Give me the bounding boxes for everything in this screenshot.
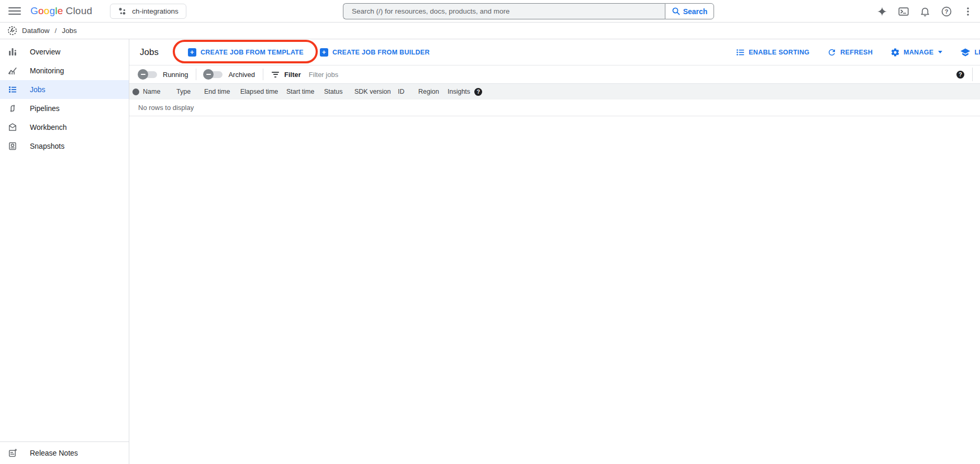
dataflow-icon [7,26,17,36]
enable-sorting-button[interactable]: ENABLE SORTING [736,48,809,57]
learn-button[interactable]: LEARN [960,47,980,58]
monitoring-icon [7,65,18,76]
search-input[interactable] [343,3,665,19]
jobs-list-icon [7,84,18,95]
gear-icon [890,48,900,57]
search-button[interactable]: Search [665,3,714,19]
project-name: ch-integrations [132,7,179,15]
status-dot-icon [132,89,139,95]
search-button-label: Search [683,7,708,16]
column-header-type[interactable]: Type [176,88,204,95]
column-header-region[interactable]: Region [418,88,448,95]
notifications-icon[interactable] [918,5,932,18]
learn-icon [960,47,971,58]
add-icon: + [188,48,196,57]
sidebar-item-jobs[interactable]: Jobs [0,80,129,99]
project-icon [118,7,127,16]
filter-bar: Running Archived Filter [129,65,980,84]
sidebar-item-label: Monitoring [30,67,64,75]
insights-label: Insights [448,88,470,95]
divider [196,69,196,80]
filter-funnel-icon [271,71,280,78]
sidebar-item-snapshots[interactable]: Snapshots [0,137,129,156]
column-header-insights[interactable]: Insights [448,88,482,96]
divider [972,68,973,81]
sidebar-item-label: Workbench [30,123,67,131]
release-notes-label: Release Notes [30,449,78,457]
column-header-end-time[interactable]: End time [204,88,240,95]
header-toolbar: ENABLE SORTING REFRESH [736,47,980,58]
breadcrumb: Dataflow / Jobs [0,23,980,39]
filter-jobs-input[interactable] [309,71,466,79]
column-header-elapsed-time[interactable]: Elapsed time [240,88,286,95]
workbench-icon [7,122,18,132]
page-header: Jobs + CREATE JOB FROM TEMPLATE + CREATE… [129,39,980,65]
release-notes-icon [7,448,18,458]
column-header-id[interactable]: ID [398,88,418,95]
filter-help-icon[interactable] [956,71,964,79]
jobs-page: Jobs + CREATE JOB FROM TEMPLATE + CREATE… [129,39,980,464]
breadcrumb-product[interactable]: Dataflow [22,27,50,35]
sidebar-item-label: Overview [30,48,60,56]
breadcrumb-page: Jobs [62,27,77,35]
sidebar-item-label: Pipelines [30,104,60,113]
cloud-shell-icon[interactable] [897,5,910,18]
google-cloud-logo[interactable]: Google Cloud [30,5,92,17]
search-icon [672,7,681,16]
sidebar-item-monitoring[interactable]: Monitoring [0,61,129,80]
overview-icon [7,47,18,57]
global-search: Search [343,3,714,19]
snapshots-icon [7,141,18,151]
gemini-icon[interactable] [875,5,889,18]
archived-toggle-label: Archived [228,71,255,79]
archived-toggle[interactable] [204,71,223,79]
sidebar-item-workbench[interactable]: Workbench [0,118,129,137]
sidebar-item-pipelines[interactable]: Pipelines [0,99,129,118]
column-header-start-time[interactable]: Start time [286,88,324,95]
create-job-from-template-button[interactable]: + CREATE JOB FROM TEMPLATE [188,48,304,57]
svg-text:?: ? [945,8,949,15]
help-icon[interactable]: ? [940,5,953,18]
create-job-from-template-label: CREATE JOB FROM TEMPLATE [201,49,304,56]
pipelines-icon [7,103,18,114]
sidebar-item-release-notes[interactable]: Release Notes [0,441,129,464]
learn-label: LEARN [974,49,980,56]
sort-list-icon [736,48,745,57]
refresh-label: REFRESH [840,49,873,56]
status-indicator-column [132,89,143,95]
project-selector[interactable]: ch-integrations [110,4,186,19]
refresh-button[interactable]: REFRESH [827,48,873,57]
column-header-sdk-version[interactable]: SDK version [354,88,398,95]
manage-label: MANAGE [904,49,933,56]
add-icon: + [320,48,328,57]
google-cloud-console: Google Cloud ch-integrations [0,0,980,464]
more-vertical-icon[interactable] [961,5,975,18]
no-rows-text: No rows to display [138,104,194,112]
page-title: Jobs [140,47,159,58]
google-wordmark: Google [30,5,63,17]
chevron-down-icon [938,51,942,53]
sidebar-item-overview[interactable]: Overview [0,42,129,61]
sidebar-item-label: Jobs [30,85,46,94]
running-toggle-label: Running [163,71,188,79]
jobs-table-header: Name Type End time Elapsed time Start ti… [129,84,980,100]
insights-help-icon[interactable] [474,88,482,96]
main-menu-icon[interactable] [8,5,21,17]
column-header-name[interactable]: Name [143,88,176,95]
column-header-status[interactable]: Status [324,88,354,95]
empty-table-message: No rows to display [129,100,980,116]
dataflow-sidebar: Overview Monitoring [0,39,129,464]
divider [263,69,263,80]
create-job-from-builder-label: CREATE JOB FROM BUILDER [332,49,430,56]
app-bar: Google Cloud ch-integrations [0,0,980,23]
cloud-wordmark: Cloud [66,5,93,17]
breadcrumb-separator: / [55,27,57,35]
filter-label: Filter [284,71,301,79]
manage-button[interactable]: MANAGE [890,48,942,57]
app-bar-icons: ? [875,0,975,23]
refresh-icon [827,48,837,57]
sidebar-item-label: Snapshots [30,142,64,150]
running-toggle[interactable] [139,71,158,79]
create-job-from-builder-button[interactable]: + CREATE JOB FROM BUILDER [320,48,430,57]
enable-sorting-label: ENABLE SORTING [749,49,809,56]
